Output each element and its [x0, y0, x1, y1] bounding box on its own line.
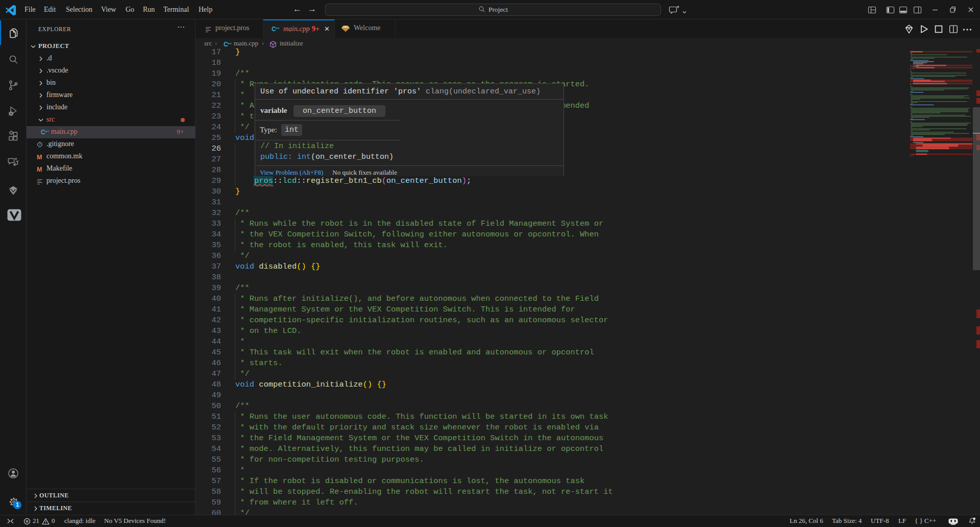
- svg-text:++: ++: [45, 129, 48, 134]
- svg-text:M: M: [37, 154, 42, 161]
- svg-text:M: M: [37, 166, 42, 173]
- svg-text:++: ++: [276, 26, 279, 31]
- svg-text:++: ++: [228, 41, 231, 46]
